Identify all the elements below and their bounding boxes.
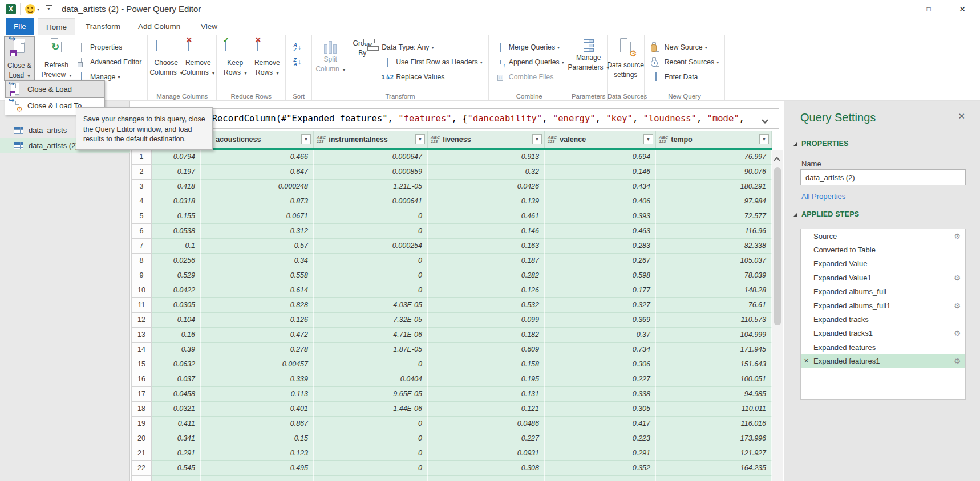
replace-values-button[interactable]: 1↳2Replace Values (378, 70, 486, 84)
vertical-scrollbar[interactable] (772, 150, 783, 481)
new-source-button[interactable]: New Source▾ (647, 40, 723, 55)
tab-transform[interactable]: Transform (78, 18, 128, 35)
applied-step-expanded-albums-full1[interactable]: Expanded albums_full1⚙ (801, 299, 965, 312)
row-number[interactable]: 8 (131, 254, 152, 268)
query-name-input[interactable] (800, 169, 966, 185)
minimize-button[interactable]: – (887, 2, 904, 16)
filter-dropdown-icon[interactable]: ▼ (532, 134, 542, 144)
row-number[interactable]: 11 (131, 298, 152, 313)
step-settings-gear-icon[interactable]: ⚙ (954, 301, 961, 310)
keep-rows-button[interactable]: ✓KeepRows ▾ (220, 36, 250, 78)
grid-cell: 0.000647 (314, 150, 428, 165)
row-number[interactable]: 4 (131, 194, 152, 209)
tab-add-column[interactable]: Add Column (130, 18, 188, 35)
close-and-load-button[interactable]: ↪Close &Load ▾ (4, 36, 35, 81)
excel-app-icon[interactable]: X (6, 4, 16, 14)
row-number[interactable]: 20 (131, 431, 152, 446)
formula-input[interactable]: = Table.ExpandRecordColumn(#"Expanded fe… (131, 108, 779, 129)
column-header-acousticness[interactable]: ABC123acousticness▼ (201, 131, 314, 148)
row-number[interactable]: 2 (131, 165, 152, 180)
applied-step-expanded-value1[interactable]: Expanded Value1⚙ (801, 271, 965, 284)
ribbon-stack: Merge Queries▾↕Append Queries▾↓↓Combine … (491, 36, 568, 84)
data-source-settings-button[interactable]: ⚙Data sourcesettings (610, 36, 641, 79)
use-first-row-as-headers-button[interactable]: Use First Row as Headers▾ (378, 55, 486, 70)
row-number[interactable]: 12 (131, 313, 152, 328)
group-by-button[interactable]: GroupBy (347, 36, 378, 57)
tab-file[interactable]: File (6, 18, 34, 35)
applied-step-expanded-features1[interactable]: ✕Expanded features1⚙ (801, 354, 965, 368)
manage-parameters-button[interactable]: ManageParameters ▾ (573, 36, 604, 72)
maximize-button[interactable]: □ (920, 2, 937, 16)
row-number[interactable]: 7 (131, 239, 152, 254)
close-panel-icon[interactable]: ✕ (958, 111, 965, 121)
applied-steps-section-header[interactable]: APPLIED STEPS (793, 210, 859, 218)
smiley-feedback-icon[interactable] (25, 4, 35, 14)
row-number[interactable]: 5 (131, 209, 152, 224)
enter-data-button[interactable]: Enter Data (647, 70, 723, 84)
append-queries-button[interactable]: ↕Append Queries▾ (491, 55, 568, 70)
properties-button[interactable]: Properties (72, 40, 145, 55)
row-number[interactable]: 21 (131, 446, 152, 461)
row-number[interactable]: 9 (131, 268, 152, 283)
applied-step-expanded-value[interactable]: Expanded Value (801, 257, 965, 271)
step-settings-gear-icon[interactable]: ⚙ (954, 274, 961, 282)
applied-step-source[interactable]: Source⚙ (801, 229, 965, 243)
sort-descending-button[interactable]: ZA↓ (288, 55, 309, 70)
row-number[interactable]: 1 (131, 150, 152, 165)
scrollbar-thumb[interactable] (774, 167, 781, 325)
row-number[interactable]: 10 (131, 283, 152, 298)
formula-bar: = Table.ExpandRecordColumn(#"Expanded fe… (131, 106, 779, 131)
filter-dropdown-icon[interactable]: ▼ (301, 134, 311, 144)
applied-step-converted-to-table[interactable]: Converted to Table (801, 243, 965, 256)
recent-sources-button[interactable]: Recent Sources▾ (647, 55, 723, 70)
grid-cell: 0.57 (201, 239, 314, 254)
grid-cell: 0.545 (152, 461, 201, 476)
sort-ascending-button[interactable]: AZ↓ (288, 40, 309, 55)
remove-rows-button[interactable]: ✕RemoveRows ▾ (252, 36, 282, 78)
customize-quick-access-icon[interactable]: ▾ (46, 5, 52, 11)
close-window-button[interactable]: ✕ (954, 2, 971, 16)
applied-step-expanded-albums-full[interactable]: Expanded albums_full (801, 285, 965, 299)
filter-dropdown-icon[interactable]: ▼ (759, 134, 769, 144)
row-number[interactable]: 13 (131, 328, 152, 343)
remove-columns-button[interactable]: ✕RemoveColumns ▾ (183, 36, 213, 78)
formula-expand-chevron-icon[interactable] (763, 115, 771, 123)
row-number[interactable]: 15 (131, 357, 152, 372)
step-settings-gear-icon[interactable]: ⚙ (954, 357, 961, 365)
column-header-liveness[interactable]: ABC123liveness▼ (428, 131, 545, 148)
delete-step-icon[interactable]: ✕ (804, 357, 809, 365)
combine-files-button[interactable]: ↓↓Combine Files (491, 70, 568, 84)
menu-item-close-and-load[interactable]: ↪ Close & Load (6, 81, 104, 97)
smiley-dropdown-caret-icon[interactable]: ▾ (37, 7, 39, 12)
row-number[interactable]: 22 (131, 461, 152, 476)
properties-section-header[interactable]: PROPERTIES (793, 140, 849, 148)
advanced-editor-button[interactable]: Advanced Editor (72, 55, 145, 70)
row-number[interactable]: 17 (131, 387, 152, 402)
row-number[interactable]: 19 (131, 417, 152, 431)
row-number[interactable]: 3 (131, 180, 152, 194)
tab-home[interactable]: Home (38, 18, 75, 35)
row-number[interactable]: 14 (131, 343, 152, 357)
row-number[interactable]: 18 (131, 402, 152, 417)
refresh-preview-button[interactable]: ↻RefreshPreview ▾ (41, 36, 72, 80)
applied-step-expanded-features[interactable]: Expanded features (801, 340, 965, 354)
filter-dropdown-icon[interactable]: ▼ (643, 134, 653, 144)
all-properties-link[interactable]: All Properties (801, 192, 845, 201)
step-settings-gear-icon[interactable]: ⚙ (954, 329, 961, 337)
column-header-tempo[interactable]: ABC123tempo▼ (656, 131, 772, 148)
row-number[interactable]: 16 (131, 372, 152, 387)
step-settings-gear-icon[interactable]: ⚙ (954, 232, 961, 240)
merge-queries-button[interactable]: Merge Queries▾ (491, 40, 568, 55)
split-column-button[interactable]: SplitColumn ▾ (315, 36, 346, 74)
row-number[interactable] (131, 476, 152, 481)
column-header-valence[interactable]: ABC123valence▼ (545, 131, 656, 148)
choose-columns-button[interactable]: ChooseColumns ▾ (151, 36, 181, 78)
applied-step-expanded-tracks[interactable]: Expanded tracks (801, 312, 965, 326)
row-number[interactable]: 6 (131, 224, 152, 239)
column-header-instrumentalness[interactable]: ABC123instrumentalness▼ (314, 131, 428, 148)
scroll-up-icon[interactable] (775, 154, 779, 165)
applied-step-expanded-tracks1[interactable]: Expanded tracks1⚙ (801, 327, 965, 340)
tab-view[interactable]: View (193, 18, 225, 35)
data-type-button[interactable]: Data Type: Any▾ (378, 40, 486, 55)
filter-dropdown-icon[interactable]: ▼ (415, 134, 425, 144)
